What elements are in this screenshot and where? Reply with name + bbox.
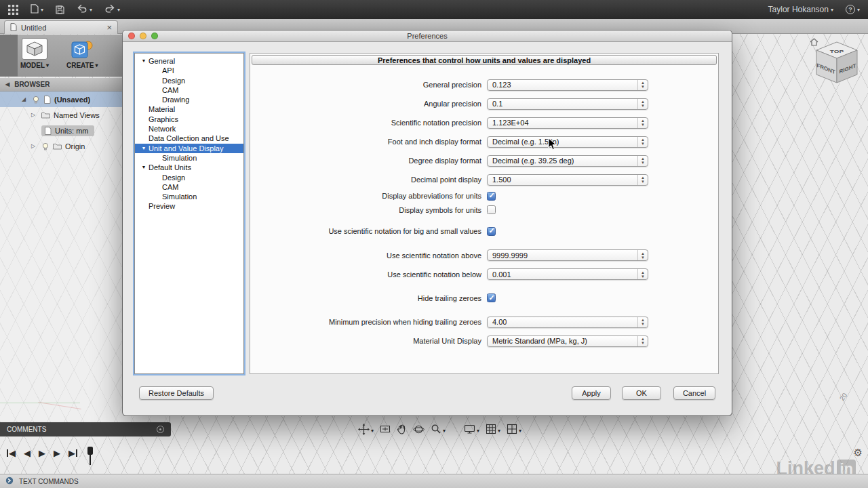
comments-panel[interactable]: COMMENTS [0, 422, 171, 436]
browser-item-label: (Unsaved) [54, 96, 90, 104]
play-button[interactable]: ▶ [39, 448, 45, 458]
pan-button[interactable]: ▾ [358, 424, 374, 438]
dropdown-angular-precision[interactable]: 0.1 [487, 98, 648, 110]
display-settings-button[interactable]: ▾ [464, 424, 479, 437]
restore-defaults-button[interactable]: Restore Defaults [139, 386, 214, 400]
checkbox-display-symbols-for-units[interactable] [487, 205, 496, 214]
tree-item-label: Preview [149, 201, 175, 211]
save-button[interactable] [56, 5, 64, 14]
navigation-toolbar: ▾▾▾▾▾ [358, 423, 521, 438]
disclosure-triangle-icon[interactable]: ◢ [19, 96, 28, 102]
form-row-use-scientific-notation-for-big-and-small-values: Use scientific notation for big and smal… [250, 224, 718, 239]
zoom-button[interactable]: ▾ [431, 424, 446, 437]
dropdown-value: Decimal (e.g. 39.25 deg) [492, 157, 574, 165]
go-to-start-button[interactable]: ◀ [7, 448, 16, 458]
checkbox-use-scientific-notation-for-big-and-small-values[interactable] [487, 227, 496, 236]
tree-item-design[interactable]: Design [135, 173, 243, 182]
tree-item-label: Design [162, 173, 185, 182]
tree-item-drawing[interactable]: Drawing [135, 95, 243, 104]
tree-item-unit-and-value-display[interactable]: ▼Unit and Value Display [135, 144, 243, 153]
tree-item-label: Simulation [162, 153, 197, 163]
create-menu-button[interactable]: CREATE▾ [66, 38, 98, 69]
checkbox-display-abbreviations-for-units[interactable] [487, 192, 496, 201]
app-grid-icon[interactable] [8, 5, 18, 15]
tree-item-network[interactable]: Network [135, 124, 243, 134]
user-name-label: Taylor Hokanson [768, 5, 829, 14]
close-icon[interactable]: × [106, 23, 112, 32]
apply-button[interactable]: Apply [572, 386, 611, 400]
tree-item-design[interactable]: Design [135, 76, 243, 85]
text-commands-label[interactable]: TEXT COMMANDS [19, 478, 79, 485]
collapse-panel-icon[interactable]: ◀ [5, 81, 9, 87]
hand-button[interactable] [397, 424, 407, 437]
undo-icon [77, 4, 87, 15]
go-to-end-button[interactable]: ▶ [68, 448, 77, 458]
dropdown-degree-display-format[interactable]: Decimal (e.g. 39.25 deg) [487, 155, 648, 167]
disclosure-triangle-icon[interactable]: ▼ [139, 144, 149, 153]
tab-untitled[interactable]: Untitled × [4, 20, 118, 34]
undo-button[interactable]: ▾ [77, 4, 92, 15]
dropdown-use-scientific-notation-above[interactable]: 9999.9999 [487, 249, 648, 261]
form-row-angular-precision: Angular precision0.1 [250, 94, 718, 113]
tree-item-default-units[interactable]: ▼Default Units [135, 163, 243, 172]
dropdown-material-unit-display[interactable]: Metric Standard (MPa, kg, J) [487, 336, 648, 347]
step-back-button[interactable]: ◀ [24, 448, 31, 458]
field-label: General precision [250, 81, 487, 89]
redo-icon [104, 4, 115, 15]
grid-settings-button[interactable]: ▾ [486, 424, 500, 437]
gear-icon[interactable]: ⚙ [854, 447, 863, 459]
timeline-marker[interactable] [90, 447, 91, 465]
tree-item-simulation[interactable]: Simulation [135, 192, 243, 201]
help-menu[interactable]: ? ▾ [846, 5, 860, 14]
cancel-button[interactable]: Cancel [673, 386, 715, 400]
redo-button[interactable]: ▾ [104, 4, 120, 15]
user-menu[interactable]: Taylor Hokanson ▾ [768, 5, 833, 14]
tree-item-preview[interactable]: Preview [135, 201, 243, 211]
step-forward-button[interactable]: ▶ [54, 448, 60, 458]
chevron-down-icon: ▾ [498, 428, 500, 434]
chevron-down-icon: ▾ [41, 7, 43, 13]
tree-item-general[interactable]: ▼General [135, 56, 243, 66]
tree-item-label: CAM [162, 85, 178, 95]
dropdown-value: 9999.9999 [492, 251, 528, 260]
dropdown-value: 1.500 [492, 176, 511, 184]
dropdown-minimum-precision-when-hiding-trailing-zeroes[interactable]: 4.00 [487, 317, 648, 328]
disclosure-triangle-icon[interactable]: ▷ [28, 143, 38, 149]
tree-item-cam[interactable]: CAM [135, 182, 243, 192]
viewports-button[interactable]: ▾ [507, 424, 521, 437]
checkbox-hide-trailing-zeroes[interactable] [487, 293, 496, 302]
comments-options-icon[interactable] [157, 426, 164, 433]
ribbon-toolbar: MODEL▾ CREATE▾ [0, 35, 126, 77]
dropdown-use-scientific-notation-below[interactable]: 0.001 [487, 268, 648, 280]
tree-item-material[interactable]: Material [135, 104, 243, 114]
ribbon-side-panel [0, 35, 18, 77]
ok-button[interactable]: OK [622, 386, 661, 400]
dropdown-decimal-point-display[interactable]: 1.500 [487, 174, 648, 186]
disclosure-triangle-icon[interactable]: ▷ [28, 112, 38, 118]
model-menu-button[interactable]: MODEL▾ [20, 38, 49, 69]
tree-item-simulation[interactable]: Simulation [135, 153, 243, 163]
orbit-button[interactable] [413, 424, 425, 438]
file-menu-button[interactable]: ▾ [31, 4, 43, 16]
disclosure-triangle-icon[interactable]: ▼ [139, 163, 149, 172]
fit-view-button[interactable] [380, 424, 391, 437]
disclosure-triangle-icon[interactable]: ▼ [139, 56, 149, 66]
tree-item-data-collection-and-use[interactable]: Data Collection and Use [135, 134, 243, 143]
field-label: Use scientific notation for big and smal… [250, 227, 487, 235]
form-row-display-symbols-for-units: Display symbols for units [250, 203, 718, 218]
document-icon [44, 127, 52, 135]
dropdown-value: 4.00 [492, 318, 507, 326]
dialog-titlebar[interactable]: Preferences [123, 30, 732, 42]
dropdown-scientific-notation-precision[interactable]: 1.123E+04 [487, 117, 648, 129]
view-cube[interactable]: TOP FRONT RIGHT [812, 41, 861, 96]
text-commands-icon[interactable] [5, 476, 14, 486]
dropdown-foot-and-inch-display-format[interactable]: Decimal (e.g. 1.5 in) [487, 136, 648, 148]
tree-item-graphics[interactable]: Graphics [135, 115, 243, 124]
viewcube-top-label[interactable]: TOP [830, 49, 844, 54]
tree-item-label: CAM [162, 182, 178, 192]
tree-item-cam[interactable]: CAM [135, 85, 243, 95]
fit-view-icon [380, 424, 391, 437]
tree-item-api[interactable]: API [135, 66, 243, 75]
dropdown-general-precision[interactable]: 0.123 [487, 79, 648, 91]
form-row-hide-trailing-zeroes: Hide trailing zeroes [250, 291, 718, 306]
